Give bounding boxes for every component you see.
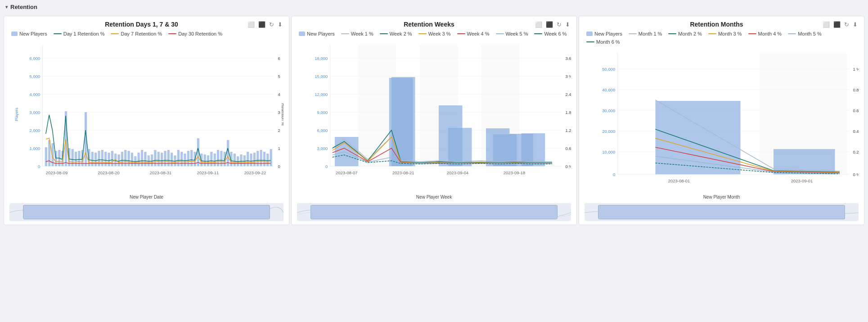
legend-item-month4: Month 4 % bbox=[748, 31, 782, 36]
svg-text:2023-08-20: 2023-08-20 bbox=[98, 171, 119, 175]
download-icon-weeks[interactable]: ⬇ bbox=[564, 21, 571, 28]
svg-text:0.4 %: 0.4 % bbox=[853, 129, 859, 134]
collapse-icon-weeks[interactable]: ⬛ bbox=[545, 21, 554, 28]
svg-text:1 %: 1 % bbox=[853, 67, 859, 72]
svg-text:2023-09-18: 2023-09-18 bbox=[504, 171, 525, 175]
svg-text:0.8 %: 0.8 % bbox=[853, 88, 859, 92]
scrollbar-weeks[interactable] bbox=[297, 203, 571, 221]
collapse-icon-months[interactable]: ⬛ bbox=[832, 21, 841, 28]
legend-item-week6: Week 6 % bbox=[534, 31, 567, 36]
svg-rect-156 bbox=[656, 101, 741, 174]
svg-rect-42 bbox=[104, 152, 107, 166]
legend-days: New Players Day 1 Retention % Day 7 Rete… bbox=[9, 31, 283, 36]
svg-text:1,000: 1,000 bbox=[30, 146, 40, 151]
svg-rect-91 bbox=[266, 154, 269, 166]
svg-text:18,000: 18,000 bbox=[315, 56, 328, 61]
svg-rect-24 bbox=[45, 147, 47, 166]
expand-icon-months[interactable]: ⬜ bbox=[822, 21, 831, 28]
svg-text:0.6 %: 0.6 % bbox=[565, 146, 571, 151]
svg-text:3: 3 bbox=[278, 110, 280, 115]
svg-text:1: 1 bbox=[278, 146, 280, 151]
chevron-icon: ▾ bbox=[5, 5, 8, 9]
legend-item-month3: Month 3 % bbox=[708, 31, 742, 36]
collapse-icon-days[interactable]: ⬛ bbox=[257, 21, 266, 28]
svg-text:2023-09-01: 2023-09-01 bbox=[791, 179, 813, 183]
svg-text:2023-09-04: 2023-09-04 bbox=[447, 171, 468, 175]
svg-text:5,000: 5,000 bbox=[30, 74, 40, 79]
svg-text:Retention %: Retention % bbox=[281, 104, 283, 126]
svg-text:3 %: 3 % bbox=[565, 74, 571, 79]
svg-rect-77 bbox=[220, 151, 222, 166]
expand-icon-days[interactable]: ⬜ bbox=[247, 21, 256, 28]
svg-rect-62 bbox=[171, 153, 173, 166]
svg-rect-74 bbox=[210, 152, 212, 166]
legend-item-day1: Day 1 Retention % bbox=[54, 31, 105, 36]
svg-text:0: 0 bbox=[278, 164, 280, 169]
chart-panel-weeks: Retention Weeks ⬜ ⬛ ↻ ⬇ New Players Week… bbox=[291, 16, 577, 225]
svg-text:0: 0 bbox=[613, 172, 615, 177]
svg-text:0 %: 0 % bbox=[565, 164, 571, 169]
svg-rect-38 bbox=[91, 152, 94, 166]
x-axis-title-days: New Player Date bbox=[9, 195, 283, 200]
charts-container: Retention Days 1, 7 & 30 ⬜ ⬛ ↻ ⬇ New Pla… bbox=[0, 14, 868, 229]
legend-item-month5: Month 5 % bbox=[788, 31, 822, 36]
svg-text:3.6 %: 3.6 % bbox=[565, 56, 571, 61]
refresh-icon-days[interactable]: ↻ bbox=[268, 21, 275, 28]
svg-text:3,000: 3,000 bbox=[317, 146, 328, 151]
download-icon-days[interactable]: ⬇ bbox=[277, 21, 283, 28]
svg-text:2.4 %: 2.4 % bbox=[565, 92, 571, 97]
svg-rect-43 bbox=[108, 153, 110, 166]
svg-rect-90 bbox=[263, 152, 265, 166]
svg-text:15,000: 15,000 bbox=[315, 74, 328, 79]
svg-text:2,000: 2,000 bbox=[30, 128, 40, 133]
svg-text:2023-08-01: 2023-08-01 bbox=[668, 179, 690, 183]
legend-item-month1: Month 1 % bbox=[629, 31, 662, 36]
svg-rect-127 bbox=[448, 128, 472, 166]
svg-text:6,000: 6,000 bbox=[30, 56, 40, 61]
svg-rect-60 bbox=[164, 151, 166, 166]
chart-panel-days: Retention Days 1, 7 & 30 ⬜ ⬛ ↻ ⬇ New Pla… bbox=[4, 16, 289, 225]
scrollbar-days[interactable] bbox=[9, 203, 283, 221]
refresh-icon-months[interactable]: ↻ bbox=[843, 21, 850, 28]
svg-text:2023-08-07: 2023-08-07 bbox=[336, 171, 357, 175]
legend-item-day7: Day 7 Retention % bbox=[111, 31, 162, 36]
svg-rect-33 bbox=[75, 152, 77, 166]
svg-rect-58 bbox=[157, 152, 160, 166]
svg-rect-72 bbox=[204, 154, 206, 166]
download-icon-months[interactable]: ⬇ bbox=[852, 21, 859, 28]
expand-icon-weeks[interactable]: ⬜ bbox=[534, 21, 543, 28]
svg-rect-59 bbox=[161, 153, 163, 166]
svg-text:2023-09-22: 2023-09-22 bbox=[244, 171, 266, 175]
svg-text:0 %: 0 % bbox=[853, 172, 859, 177]
svg-text:6,000: 6,000 bbox=[317, 128, 328, 133]
scrollbar-months[interactable] bbox=[585, 203, 859, 221]
svg-rect-50 bbox=[131, 153, 133, 166]
legend-item-week5: Week 5 % bbox=[496, 31, 528, 36]
svg-text:0.6 %: 0.6 % bbox=[853, 109, 859, 113]
svg-rect-40 bbox=[98, 151, 100, 166]
svg-rect-46 bbox=[117, 154, 120, 166]
chart-panel-months: Retention Months ⬜ ⬛ ↻ ⬇ New Players Mon… bbox=[579, 16, 864, 225]
svg-text:Players: Players bbox=[14, 108, 19, 121]
svg-rect-65 bbox=[180, 152, 183, 166]
chart-area-weeks: 18,000 15,000 12,000 9,000 6,000 3,000 0… bbox=[297, 40, 571, 194]
svg-text:5: 5 bbox=[278, 74, 280, 79]
legend-item-week4: Week 4 % bbox=[457, 31, 490, 36]
svg-text:6: 6 bbox=[278, 56, 280, 61]
legend-item-new-players-days: New Players bbox=[11, 31, 47, 36]
refresh-icon-weeks[interactable]: ↻ bbox=[556, 21, 562, 28]
x-axis-title-weeks: New Player Week bbox=[297, 195, 571, 200]
svg-text:2023-09-11: 2023-09-11 bbox=[197, 171, 219, 175]
svg-text:1.2 %: 1.2 % bbox=[565, 128, 571, 133]
svg-text:0: 0 bbox=[38, 164, 40, 169]
svg-text:50,000: 50,000 bbox=[602, 67, 615, 72]
svg-rect-88 bbox=[256, 151, 259, 166]
chart-area-days: 6,000 5,000 4,000 3,000 2,000 1,000 0 Pl… bbox=[9, 40, 283, 194]
svg-text:0: 0 bbox=[325, 164, 328, 169]
svg-text:2023-08-09: 2023-08-09 bbox=[46, 171, 67, 175]
chart-title-months: Retention Months bbox=[612, 21, 822, 28]
legend-item-new-players-weeks: New Players bbox=[299, 31, 335, 36]
svg-rect-125 bbox=[389, 78, 413, 166]
svg-text:2023-08-21: 2023-08-21 bbox=[392, 171, 414, 175]
svg-rect-34 bbox=[78, 151, 80, 166]
